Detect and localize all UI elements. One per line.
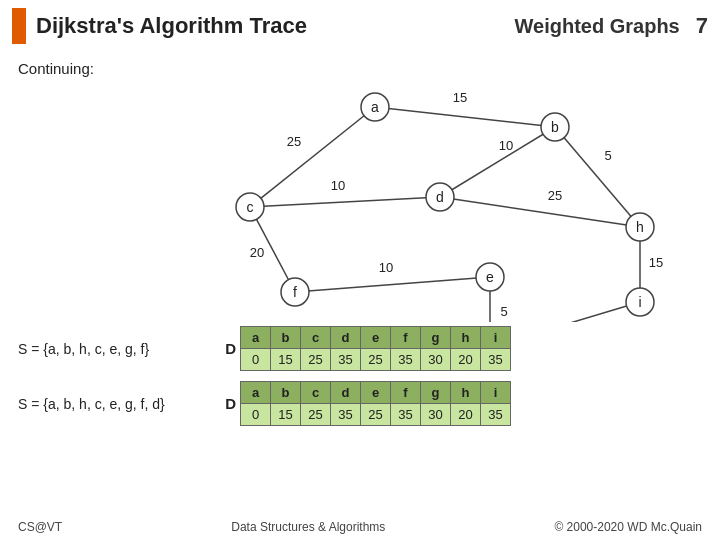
th-g1: g bbox=[421, 327, 451, 349]
th-e1: e bbox=[361, 327, 391, 349]
page-title: Dijkstra's Algorithm Trace bbox=[36, 13, 515, 39]
orange-bar bbox=[12, 8, 26, 44]
td-e1: 25 bbox=[361, 349, 391, 371]
td-d2: 35 bbox=[331, 404, 361, 426]
svg-text:5: 5 bbox=[604, 148, 611, 163]
th-i2: i bbox=[481, 382, 511, 404]
svg-line-10 bbox=[440, 197, 640, 227]
svg-text:15: 15 bbox=[453, 90, 467, 105]
svg-text:15: 15 bbox=[649, 255, 663, 270]
td-e2: 25 bbox=[361, 404, 391, 426]
table-1-header-row: a b c d e f g h i bbox=[241, 327, 511, 349]
td-c2: 25 bbox=[301, 404, 331, 426]
svg-text:b: b bbox=[551, 119, 559, 135]
set-label-1: S = {a, b, h, c, e, g, f} bbox=[18, 341, 218, 357]
graph-svg: 15 25 10 10 5 25 20 10 5 15 a bbox=[0, 52, 720, 322]
td-b1: 15 bbox=[271, 349, 301, 371]
page-number: 7 bbox=[696, 13, 708, 39]
d-label-1: D bbox=[218, 340, 236, 357]
table-1: a b c d e f g h i 0 15 25 35 25 bbox=[240, 326, 511, 371]
set-row-1: S = {a, b, h, c, e, g, f} D a b c d e f … bbox=[18, 326, 702, 371]
svg-text:f: f bbox=[293, 284, 297, 300]
th-h2: h bbox=[451, 382, 481, 404]
td-d1: 35 bbox=[331, 349, 361, 371]
th-d1: d bbox=[331, 327, 361, 349]
td-h2: 20 bbox=[451, 404, 481, 426]
td-h1: 20 bbox=[451, 349, 481, 371]
td-i2: 35 bbox=[481, 404, 511, 426]
th-f2: f bbox=[391, 382, 421, 404]
svg-text:d: d bbox=[436, 189, 444, 205]
th-c1: c bbox=[301, 327, 331, 349]
footer-center: Data Structures & Algorithms bbox=[231, 520, 385, 534]
table-2-data-row: 0 15 25 35 25 35 30 20 35 bbox=[241, 404, 511, 426]
th-d2: d bbox=[331, 382, 361, 404]
th-b1: b bbox=[271, 327, 301, 349]
th-c2: c bbox=[301, 382, 331, 404]
th-i1: i bbox=[481, 327, 511, 349]
th-a1: a bbox=[241, 327, 271, 349]
th-a2: a bbox=[241, 382, 271, 404]
td-i1: 35 bbox=[481, 349, 511, 371]
td-g2: 30 bbox=[421, 404, 451, 426]
svg-text:5: 5 bbox=[500, 304, 507, 319]
td-c1: 25 bbox=[301, 349, 331, 371]
td-g1: 30 bbox=[421, 349, 451, 371]
td-f1: 35 bbox=[391, 349, 421, 371]
set-label-2: S = {a, b, h, c, e, g, f, d} bbox=[18, 396, 218, 412]
svg-text:25: 25 bbox=[287, 134, 301, 149]
graph-area: Continuing: 15 25 10 10 5 25 20 10 5 15 bbox=[0, 52, 720, 322]
th-h1: h bbox=[451, 327, 481, 349]
th-f1: f bbox=[391, 327, 421, 349]
svg-line-8 bbox=[555, 127, 640, 227]
svg-text:a: a bbox=[371, 99, 379, 115]
svg-text:10: 10 bbox=[331, 178, 345, 193]
svg-line-6 bbox=[440, 127, 555, 197]
tables-area: S = {a, b, h, c, e, g, f} D a b c d e f … bbox=[0, 322, 720, 426]
header: Dijkstra's Algorithm Trace Weighted Grap… bbox=[0, 0, 720, 52]
footer-left: CS@VT bbox=[18, 520, 62, 534]
section-label: Weighted Graphs bbox=[515, 15, 680, 38]
footer-right: © 2000-2020 WD Mc.Quain bbox=[554, 520, 702, 534]
svg-text:10: 10 bbox=[379, 260, 393, 275]
svg-text:i: i bbox=[638, 294, 641, 310]
footer: CS@VT Data Structures & Algorithms © 200… bbox=[0, 520, 720, 534]
td-b2: 15 bbox=[271, 404, 301, 426]
svg-line-14 bbox=[295, 277, 490, 292]
svg-line-0 bbox=[375, 107, 555, 127]
svg-text:e: e bbox=[486, 269, 494, 285]
svg-text:c: c bbox=[247, 199, 254, 215]
table-2: a b c d e f g h i 0 15 25 35 25 bbox=[240, 381, 511, 426]
th-e2: e bbox=[361, 382, 391, 404]
svg-line-4 bbox=[250, 197, 440, 207]
table-1-data-row: 0 15 25 35 25 35 30 20 35 bbox=[241, 349, 511, 371]
svg-text:20: 20 bbox=[250, 245, 264, 260]
svg-text:h: h bbox=[636, 219, 644, 235]
d-label-2: D bbox=[218, 395, 236, 412]
td-f2: 35 bbox=[391, 404, 421, 426]
set-row-2: S = {a, b, h, c, e, g, f, d} D a b c d e… bbox=[18, 381, 702, 426]
td-a1: 0 bbox=[241, 349, 271, 371]
th-b2: b bbox=[271, 382, 301, 404]
th-g2: g bbox=[421, 382, 451, 404]
table-2-header-row: a b c d e f g h i bbox=[241, 382, 511, 404]
svg-line-20 bbox=[490, 302, 640, 322]
td-a2: 0 bbox=[241, 404, 271, 426]
svg-text:25: 25 bbox=[548, 188, 562, 203]
svg-line-2 bbox=[250, 107, 375, 207]
svg-text:10: 10 bbox=[499, 138, 513, 153]
